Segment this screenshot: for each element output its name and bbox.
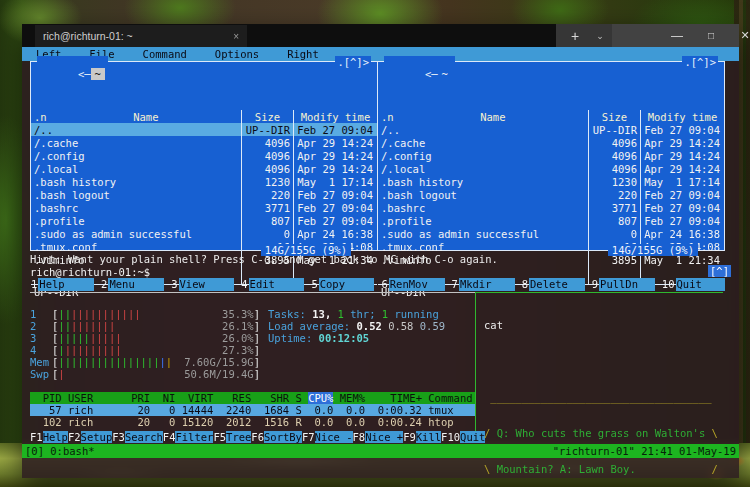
mc-menubar: Left File Command Options Right: [22, 47, 739, 61]
right-panel-header: .nName Size Modify time: [378, 110, 724, 123]
mc-command-line[interactable]: rich@richturn-01:~$: [30, 266, 150, 278]
col-size[interactable]: Size: [588, 110, 640, 123]
fkey-pulldn[interactable]: 9PullDn: [591, 278, 661, 291]
process-row-selected[interactable]: 57 rich 20 0 14444 2240 1684 S 0.0 0.0 0…: [30, 404, 475, 416]
fkey-mkdir[interactable]: 7Mkdir: [451, 278, 521, 291]
memory-meter: Mem[||||||||||||||||||7.60G/15.9G]: [30, 356, 260, 368]
menu-right[interactable]: Right: [273, 48, 333, 60]
file-row[interactable]: .bash_logout220Feb 27 09:04: [378, 188, 724, 201]
tmux-pane-border-horizontal[interactable]: [30, 292, 475, 293]
history-up-button[interactable]: [^]: [708, 265, 731, 277]
col-name[interactable]: Name: [398, 111, 588, 123]
fkey-f4-filter[interactable]: F4Filter: [163, 431, 214, 443]
close-button[interactable]: ✕: [728, 24, 750, 47]
right-panel-path: <─~: [384, 56, 455, 92]
swap-meter: Swp[|50.6M/19.4G]: [30, 368, 260, 380]
cpu2-meter: 2[|||||||||26.1%]: [30, 320, 260, 332]
shell-output: cat: [484, 319, 723, 331]
file-row[interactable]: /..UP--DIRFeb 27 09:04: [378, 123, 724, 136]
cpu1-meter: 1[|||||||||||||35.3%]: [30, 308, 260, 320]
process-table-header[interactable]: PID USER PRI NI VIRT RES SHR S CPU% MEM%…: [30, 392, 475, 404]
new-tab-button[interactable]: +: [562, 24, 588, 47]
col-modify[interactable]: Modify time: [293, 110, 377, 123]
tab-title: rich@richturn-01: ~: [43, 30, 227, 42]
terminal-tab[interactable]: rich@richturn-01: ~ ×: [35, 25, 247, 47]
cpu3-meter: 3[||||||||||26.0%]: [30, 332, 260, 344]
fkey-view[interactable]: 3View: [170, 278, 240, 291]
chevron-down-icon[interactable]: ⌄: [588, 24, 612, 47]
left-panel-path-label[interactable]: ~: [91, 68, 105, 80]
col-name[interactable]: Name: [51, 111, 241, 123]
file-row[interactable]: /..UP--DIRFeb 27 09:04: [31, 123, 377, 136]
fkey-help[interactable]: 1Help: [30, 278, 100, 291]
tab-close-icon[interactable]: ×: [233, 31, 239, 42]
fkey-renmov[interactable]: 6RenMov: [380, 278, 450, 291]
panel-history-left-icon[interactable]: <─: [425, 68, 438, 80]
uptime: Uptime: 00:12:05: [268, 332, 369, 344]
col-modify[interactable]: Modify time: [640, 110, 724, 123]
disk-usage: 14G/155G (9%): [608, 244, 698, 256]
fkey-f10-quit[interactable]: F10Quit: [441, 431, 485, 443]
file-row[interactable]: .profile807Feb 27 09:04: [378, 214, 724, 227]
fkey-copy[interactable]: 5Copy: [310, 278, 380, 291]
file-row[interactable]: .profile807Feb 27 09:04: [31, 214, 377, 227]
tmux-status-bar: [0] 0:bash* "richturn-01" 21:41 01-May-1…: [22, 444, 739, 458]
process-row[interactable]: 102 rich 20 0 15120 2012 1516 R 0.0 0.0 …: [30, 416, 475, 428]
mc-right-panel: <─~ .[^]> .nName Size Modify time /..UP-…: [377, 61, 725, 251]
htop-pane: 1[|||||||||||||35.3%] 2[|||||||||26.1%] …: [30, 295, 475, 443]
file-row[interactable]: /.config4096Apr 29 14:24: [31, 149, 377, 162]
fkey-menu[interactable]: 2Menu: [100, 278, 170, 291]
col-size[interactable]: Size: [241, 110, 293, 123]
sort-column-cpu[interactable]: CPU%: [308, 392, 333, 404]
fkey-f1-help[interactable]: F1Help: [30, 431, 68, 443]
menu-options[interactable]: Options: [201, 48, 273, 60]
fkey-f5-tree[interactable]: F5Tree: [213, 431, 251, 443]
titlebar: rich@richturn-01: ~ × + ⌄ — □ ✕: [22, 24, 739, 47]
file-row[interactable]: /.local4096Apr 29 14:24: [31, 162, 377, 175]
file-row[interactable]: .sudo_as_admin_successful0Apr 24 16:38: [31, 227, 377, 240]
fkey-f3-search[interactable]: F3Search: [112, 431, 163, 443]
left-panel-header: .nName Size Modify time: [31, 110, 377, 123]
fkey-delete[interactable]: 8Delete: [521, 278, 591, 291]
mc-function-keys: 1Help 2Menu 3View 4Edit 5Copy 6RenMov 7M…: [30, 278, 731, 291]
file-row[interactable]: .bashrc3771Feb 27 09:04: [378, 201, 724, 214]
fkey-f2-setup[interactable]: F2Setup: [68, 431, 112, 443]
panel-history-left-icon[interactable]: <─: [78, 68, 91, 80]
minimize-button[interactable]: —: [660, 24, 694, 47]
tmux-window-list[interactable]: [0] 0:bash*: [25, 445, 95, 457]
file-row[interactable]: /.config4096Apr 29 14:24: [378, 149, 724, 162]
fkey-f7-nice-minus[interactable]: F7Nice -: [302, 431, 353, 443]
menu-command[interactable]: Command: [129, 48, 201, 60]
tmux-status-right: "richturn-01" 21:41 01-May-19: [553, 445, 736, 457]
left-panel-path: <─~: [37, 56, 108, 92]
fkey-quit[interactable]: 10Quit: [661, 278, 731, 291]
file-row[interactable]: .bashrc3771Feb 27 09:04: [31, 201, 377, 214]
file-row[interactable]: /.cache4096Apr 29 14:24: [31, 136, 377, 149]
file-row[interactable]: .bash_logout220Feb 27 09:04: [31, 188, 377, 201]
tmux-pane-border-horizontal-active[interactable]: [475, 292, 723, 293]
load-average: Load average: 0.52 0.58 0.59: [268, 320, 445, 332]
file-row[interactable]: /.local4096Apr 29 14:24: [378, 162, 724, 175]
shell-pane[interactable]: cat ___________________________________ …: [484, 295, 723, 443]
cpu4-meter: 4[||||||||||27.3%]: [30, 344, 260, 356]
right-panel-corner-buttons[interactable]: .[^]>: [682, 56, 718, 68]
sort-indicator[interactable]: .n: [34, 111, 51, 123]
fkey-edit[interactable]: 4Edit: [240, 278, 310, 291]
tasks-summary: Tasks: 13, 1 thr; 1 running: [268, 308, 439, 320]
fkey-f9-kill[interactable]: F9Kill: [403, 431, 441, 443]
cowsay-quote-line1: / Q: Who cuts the grass on Walton's \: [484, 427, 723, 439]
cowsay-quote-line2: \ Mountain? A: Lawn Boy. /: [484, 463, 723, 475]
mc-left-panel: <─~ .[^]> .nName Size Modify time /..UP-…: [30, 61, 378, 251]
mc-hint-line: Hint: Want your plain shell? Press C-o, …: [30, 253, 498, 265]
file-row[interactable]: .bash_history1230May 1 17:14: [378, 175, 724, 188]
file-row[interactable]: /.cache4096Apr 29 14:24: [378, 136, 724, 149]
fkey-f8-nice-plus[interactable]: F8Nice +: [353, 431, 404, 443]
tmux-pane-border-vertical[interactable]: [475, 292, 476, 443]
maximize-button[interactable]: □: [694, 24, 728, 47]
right-panel-path-label[interactable]: ~: [438, 68, 452, 80]
sort-indicator[interactable]: .n: [381, 111, 398, 123]
fkey-f6-sortby[interactable]: F6SortBy: [251, 431, 302, 443]
file-row[interactable]: .bash_history1230May 1 17:14: [31, 175, 377, 188]
left-panel-corner-buttons[interactable]: .[^]>: [335, 56, 371, 68]
file-row[interactable]: .sudo_as_admin_successful0Apr 24 16:38: [378, 227, 724, 240]
